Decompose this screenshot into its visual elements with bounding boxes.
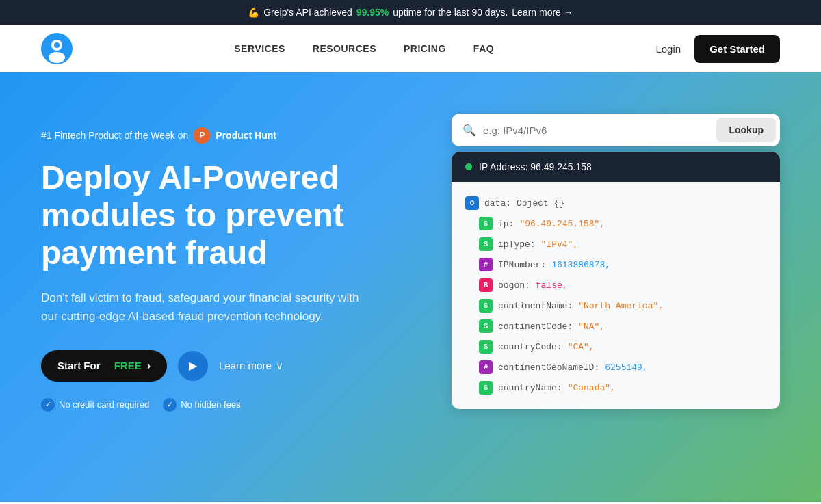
trust-label-2: No hidden fees — [181, 399, 240, 410]
api-panel: IP Address: 96.49.245.158 O data: Object… — [452, 152, 780, 409]
type-badge-s: S — [479, 237, 493, 251]
type-badge-b: B — [479, 278, 493, 292]
nav-faq[interactable]: FAQ — [473, 43, 494, 54]
api-field-value: "North America", — [578, 301, 664, 311]
trust-badge-1: ✓ No credit card required — [41, 398, 149, 412]
api-panel-body: O data: Object {} S ip: "96.49.245.158",… — [452, 182, 780, 409]
nav-services[interactable]: SERVICES — [234, 43, 285, 54]
type-badge-s: S — [479, 381, 493, 395]
top-banner: 💪 Greip's API achieved 99.95% uptime for… — [0, 0, 821, 25]
type-badge-s: S — [479, 217, 493, 230]
ip-label: IP Address: 96.49.245.158 — [479, 161, 592, 172]
search-icon: 🔍 — [462, 124, 476, 137]
api-field-value: "NA", — [578, 321, 605, 332]
nav-logo[interactable] — [41, 33, 73, 64]
nav-resources[interactable]: RESOURCES — [313, 43, 376, 54]
hero-left: #1 Fintech Product of the Week on P Prod… — [41, 114, 424, 412]
product-hunt-badge: #1 Fintech Product of the Week on P Prod… — [41, 127, 424, 144]
login-button[interactable]: Login — [655, 43, 681, 55]
check-icon-1: ✓ — [41, 398, 55, 412]
api-field-value: "IPv4", — [541, 239, 579, 250]
api-field-row: S ip: "96.49.245.158", — [479, 213, 766, 234]
api-panel-header: IP Address: 96.49.245.158 — [452, 152, 780, 182]
trust-badge-2: ✓ No hidden fees — [163, 398, 240, 412]
api-field-key: ipType: — [498, 239, 536, 250]
api-field-row: S continentCode: "NA", — [479, 316, 766, 336]
api-field-key: bogon: — [498, 280, 530, 291]
learn-more-link[interactable]: Learn more ∨ — [219, 360, 283, 372]
api-field-key: continentGeoNameID: — [498, 362, 599, 373]
learn-more-chevron: ∨ — [276, 360, 283, 372]
api-field-row: S continentName: "North America", — [479, 295, 766, 316]
play-button[interactable]: ▶ — [178, 351, 208, 381]
product-hunt-name: Product Hunt — [216, 130, 276, 141]
api-field-value: "Canada", — [568, 383, 616, 393]
api-field-row: S ipType: "IPv4", — [479, 234, 766, 254]
api-field-row: S countryName: "Canada", — [479, 377, 766, 398]
product-hunt-logo: P — [194, 127, 210, 144]
api-field-key: ip: — [498, 219, 514, 229]
hero-cta: Start For FREE › ▶ Learn more ∨ — [41, 350, 424, 382]
check-icon-2: ✓ — [163, 398, 177, 412]
api-field-value: false, — [536, 280, 568, 291]
api-field-value: "CA", — [568, 342, 595, 352]
svg-point-3 — [54, 42, 60, 48]
nav-pricing[interactable]: PRICING — [404, 43, 446, 54]
banner-uptime: 99.95% — [356, 7, 389, 18]
search-input[interactable] — [483, 124, 709, 136]
api-field-key: continentCode: — [498, 321, 573, 332]
api-root-row: O data: Object {} — [465, 193, 766, 213]
badge-text: #1 Fintech Product of the Week on — [41, 130, 188, 141]
play-icon: ▶ — [189, 359, 197, 372]
type-badge-#: # — [479, 258, 493, 271]
hero-subtitle: Don't fall victim to fraud, safeguard yo… — [41, 289, 369, 326]
ip-status-dot — [465, 163, 472, 170]
type-badge-s: S — [479, 299, 493, 313]
api-data-key: data: — [484, 198, 511, 209]
api-field-value: 1613886878, — [551, 260, 610, 270]
trust-label-1: No credit card required — [59, 399, 149, 410]
api-field-key: countryCode: — [498, 342, 562, 352]
free-label: FREE — [114, 360, 142, 371]
lookup-button[interactable]: Lookup — [716, 118, 776, 142]
hero-section: #1 Fintech Product of the Week on P Prod… — [0, 72, 821, 502]
banner-text-after: uptime for the last 90 days. — [393, 7, 508, 18]
banner-emoji: 💪 — [248, 7, 259, 18]
type-badge-#: # — [479, 360, 493, 374]
api-field-key: continentName: — [498, 301, 573, 311]
api-field-row: S countryCode: "CA", — [479, 336, 766, 357]
api-field-key: countryName: — [498, 383, 562, 393]
api-fields: S ip: "96.49.245.158",S ipType: "IPv4",#… — [465, 213, 766, 398]
api-field-key: IPNumber: — [498, 260, 546, 270]
api-field-value: "96.49.245.158", — [519, 219, 605, 229]
svg-point-2 — [49, 52, 65, 63]
start-free-button[interactable]: Start For FREE › — [41, 350, 167, 382]
banner-learn-more-link[interactable]: Learn more → — [512, 7, 573, 18]
type-badge-s: S — [479, 340, 493, 354]
hero-right: 🔍 Lookup IP Address: 96.49.245.158 O dat… — [452, 114, 780, 409]
api-field-row: B bogon: false, — [479, 275, 766, 295]
cta-arrow: › — [147, 360, 151, 372]
learn-more-label: Learn more — [219, 360, 272, 371]
search-box: 🔍 Lookup — [452, 114, 780, 146]
hero-title: Deploy AI-Powered modules to prevent pay… — [41, 159, 424, 272]
start-free-label: Start For — [57, 360, 101, 371]
api-field-row: # continentGeoNameID: 6255149, — [479, 357, 766, 377]
nav-links: SERVICES RESOURCES PRICING FAQ — [234, 42, 494, 55]
banner-text-before: Greip's API achieved — [263, 7, 352, 18]
api-field-row: # IPNumber: 1613886878, — [479, 254, 766, 275]
greip-logo-icon — [41, 33, 73, 64]
navbar: SERVICES RESOURCES PRICING FAQ Login Get… — [0, 25, 821, 72]
get-started-button[interactable]: Get Started — [694, 35, 780, 63]
trust-badges: ✓ No credit card required ✓ No hidden fe… — [41, 398, 424, 412]
type-badge-o: O — [465, 196, 479, 210]
type-badge-s: S — [479, 319, 493, 333]
nav-actions: Login Get Started — [655, 35, 780, 63]
api-data-type: Object {} — [517, 198, 564, 209]
api-field-value: 6255149, — [605, 362, 647, 373]
